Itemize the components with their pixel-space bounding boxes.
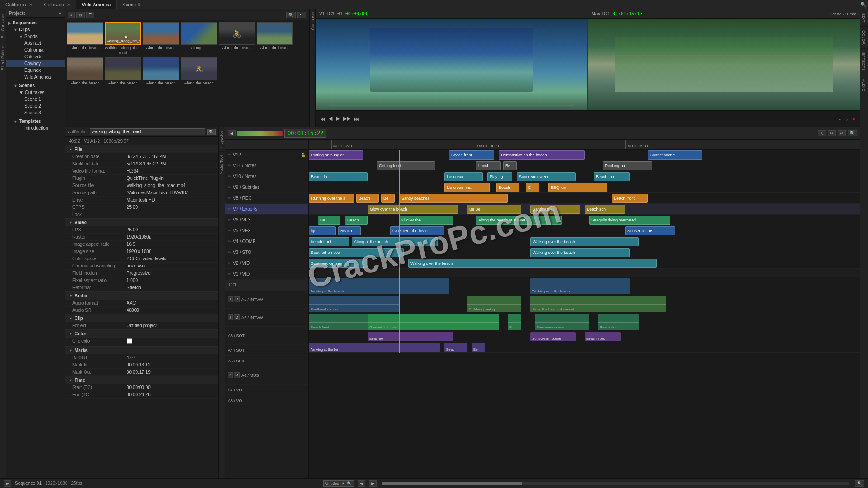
audio-clip-b[interactable]: B xyxy=(508,314,521,330)
solo-a6[interactable]: S xyxy=(228,372,233,378)
bottom-zoom[interactable]: 🔍 xyxy=(855,480,864,487)
media-item-coastal[interactable]: Along the beach xyxy=(143,22,179,56)
mute-a1[interactable]: M xyxy=(234,296,240,302)
clip-seagulls[interactable]: Seagulls flying overhead xyxy=(589,216,670,225)
clip-packing-up[interactable]: Packing up xyxy=(603,161,652,170)
inspector-clip-name[interactable] xyxy=(90,128,205,135)
clip-beach-front-3[interactable]: Beach front xyxy=(594,172,630,181)
audio-clip-gym-music[interactable]: Gymnastic music xyxy=(368,314,499,330)
media-item-road[interactable]: ▶ walking_along_the_road walking_along_t… xyxy=(105,22,141,56)
clip-running[interactable]: Running over the s xyxy=(309,194,354,203)
bin-search[interactable]: 🔍 xyxy=(286,12,296,18)
clip-suncream[interactable]: Suncream scene xyxy=(517,172,576,181)
audio-clip-a4-2[interactable]: Sunscream scene xyxy=(530,332,576,341)
video-section-header[interactable]: ▼ Video xyxy=(65,219,218,226)
clip-southend-2[interactable]: Southend-on-sea xyxy=(309,259,368,268)
clip-ice-cream-man[interactable]: Ice cream man xyxy=(444,183,490,192)
tree-item-california[interactable]: California xyxy=(6,47,65,53)
audio-tool-label[interactable]: Audio Tool xyxy=(219,151,225,178)
right-btn-audio[interactable]: AUDIO xyxy=(860,75,868,96)
tree-item-wild-america[interactable]: Wild America xyxy=(6,74,65,80)
audio-clip-walking-a1[interactable]: Walking over the beach xyxy=(530,278,630,294)
clip-section-header[interactable]: ▼ Clip xyxy=(65,314,218,322)
right-btn-color[interactable]: COLOR xyxy=(860,27,868,49)
color-section-header[interactable]: ▼ Color xyxy=(65,330,218,338)
close-tab-colorado[interactable]: ✕ xyxy=(67,2,71,7)
clip-beach-front-1[interactable]: Beach front xyxy=(449,150,494,160)
clip-along-sunset[interactable]: Along the beach at sunset xyxy=(476,216,562,225)
audio-clip-children[interactable]: Children playing xyxy=(467,296,521,312)
clip-walking-3[interactable]: Walking over the beach xyxy=(408,259,657,268)
clip-ign[interactable]: ign xyxy=(309,226,336,235)
tree-scenes[interactable]: ▼ Scenes xyxy=(6,82,65,89)
clip-be3[interactable]: Be xyxy=(318,216,340,225)
clip-sunset-2[interactable]: Sunset scene xyxy=(625,226,675,235)
bottom-btn-right[interactable]: ▶ xyxy=(369,480,377,487)
clip-beach-2[interactable]: Beach xyxy=(496,183,519,192)
effect-palette-label[interactable]: Effect Palette xyxy=(0,42,6,74)
lock-v12[interactable]: 🔒 xyxy=(301,153,306,157)
clip-ice-cream[interactable]: Ice cream xyxy=(444,172,483,181)
tl-tool-zoom[interactable]: 🔍 xyxy=(848,130,857,136)
audio-clip-a4-3[interactable]: Beach front xyxy=(585,332,621,341)
bin-list-view[interactable]: ≡ xyxy=(68,12,75,18)
audio-clip-a5[interactable]: Arriving at the be xyxy=(309,343,440,352)
clip-sunset-1[interactable]: Sunset scene xyxy=(648,150,702,160)
clip-glow2[interactable]: Glow over the beach xyxy=(390,226,444,235)
clip-be1[interactable]: Be xyxy=(503,161,517,170)
tree-item-cowboy[interactable]: Cowboy xyxy=(6,60,65,67)
tab-colorado[interactable]: Colorado ✕ xyxy=(38,0,76,9)
ctrl-mark-in[interactable]: ⬦ xyxy=(838,115,843,122)
clip-playing[interactable]: Playing xyxy=(487,172,512,181)
ctrl-mark-out[interactable]: ⬦ xyxy=(844,115,849,122)
tree-item-scene1[interactable]: Scene 1 xyxy=(6,96,65,103)
clip-sandcastles[interactable]: Sandcastles xyxy=(530,205,580,214)
marks-section-header[interactable]: ▼ Marks xyxy=(65,347,218,354)
clip-beach-front-4[interactable]: Beach front xyxy=(612,194,648,203)
search-button[interactable]: 🔍 xyxy=(859,0,868,9)
media-item-bike2[interactable]: 🚴 Along the beach xyxy=(181,57,217,86)
tree-item-introduction[interactable]: Introduction xyxy=(6,125,65,131)
tree-sequences[interactable]: ▶ Sequences xyxy=(6,19,65,26)
clip-glow[interactable]: Glow over the beach xyxy=(368,205,458,214)
tree-item-outtakes[interactable]: ▼ Out-takes xyxy=(6,89,65,96)
track-header-v7[interactable]: ✏ V7 / Experts xyxy=(225,204,308,215)
mute-a6[interactable]: M xyxy=(234,372,240,378)
tl-tool-select[interactable]: ↖ xyxy=(818,130,826,136)
time-section-header[interactable]: ▼ Time xyxy=(65,376,218,384)
project-menu[interactable]: ▼ xyxy=(58,11,62,16)
media-item-bike[interactable]: 🚴 Along the beach xyxy=(219,22,255,56)
clip-beach-sch[interactable]: Beach sch xyxy=(585,205,625,214)
bin-container-label[interactable]: Bin Container xyxy=(0,9,6,42)
clip-bbq[interactable]: BBQ fun xyxy=(548,183,607,192)
media-item-wave[interactable]: Along the beach xyxy=(143,57,179,86)
clip-southed[interactable]: Southed-on-sea xyxy=(309,248,404,257)
clip-sandy[interactable]: Sandy beaches xyxy=(399,194,508,203)
clip-beach-4[interactable]: Beach xyxy=(345,216,368,225)
tree-item-scene2[interactable]: Scene 2 xyxy=(6,103,65,109)
ctrl-end[interactable]: ⏭ xyxy=(353,115,360,122)
audio-clip-a5-2[interactable]: Beac xyxy=(444,343,467,352)
mute-a2[interactable]: M xyxy=(234,314,240,320)
clip-beach-front-5[interactable]: beach front xyxy=(309,237,349,246)
clip-be2[interactable]: Be xyxy=(381,194,395,203)
tree-templates[interactable]: ▼ Templates xyxy=(6,118,65,125)
solo-a1[interactable]: S xyxy=(228,296,233,302)
clip-beach-front-2[interactable]: Beach front xyxy=(309,172,368,181)
media-item-motor[interactable]: Along the beach xyxy=(105,57,141,86)
tree-item-equinox[interactable]: Equinox xyxy=(6,67,65,74)
tree-item-abstract[interactable]: Abstract xyxy=(6,40,65,47)
right-btn-effects[interactable]: EFFECTS xyxy=(860,49,868,75)
solo-a2[interactable]: S xyxy=(228,314,233,320)
tab-wild-america[interactable]: Wild America xyxy=(76,0,117,9)
tree-clips[interactable]: ▼ Clips xyxy=(6,26,65,33)
ctrl-prev-frame[interactable]: ◀ xyxy=(328,115,333,122)
bin-grid-view[interactable]: ⊞ xyxy=(76,12,85,18)
clip-sunglas[interactable]: Putting on sunglas xyxy=(309,150,363,160)
clip-lunch[interactable]: Lunch xyxy=(476,161,501,170)
clip-ki[interactable]: Ki over the xyxy=(399,216,453,225)
clip-beach-5[interactable]: Beach xyxy=(338,226,361,235)
clip-color-checkbox[interactable] xyxy=(127,338,132,344)
tab-scene9[interactable]: Scene 9 xyxy=(117,0,146,9)
audio-clip-a4[interactable]: Beac Be xyxy=(368,332,453,341)
